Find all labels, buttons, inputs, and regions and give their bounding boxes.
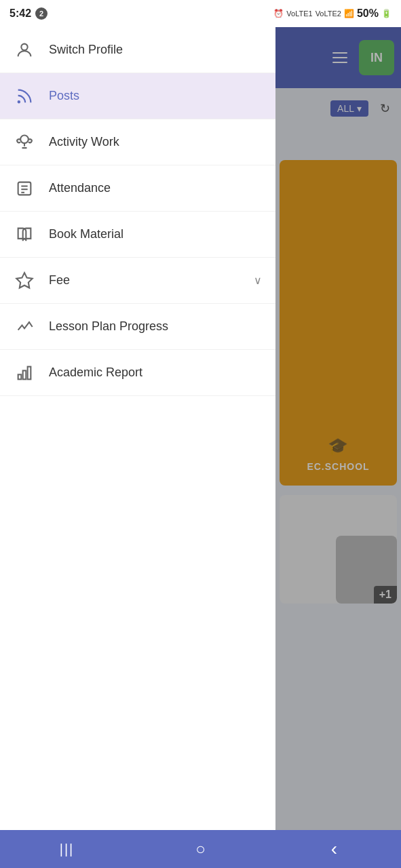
- posts-label: Posts: [49, 89, 262, 103]
- trophy-icon: [14, 132, 35, 153]
- academic-report-label: Academic Report: [49, 366, 262, 380]
- drawer-item-book-material[interactable]: Book Material: [0, 212, 275, 258]
- battery-icon: 🔋: [381, 9, 392, 18]
- svg-rect-8: [18, 374, 22, 379]
- svg-point-2: [20, 135, 28, 143]
- status-left: 5:42 2: [9, 7, 47, 20]
- svg-point-0: [21, 43, 27, 50]
- drawer-item-fee[interactable]: Fee ∨: [0, 258, 275, 304]
- drawer-item-academic-report[interactable]: Academic Report: [0, 350, 275, 396]
- nav-home-icon: ○: [195, 840, 206, 859]
- bottom-nav: ||| ○ ‹: [0, 830, 401, 868]
- navigation-drawer: Switch Profile Posts Activ: [0, 27, 275, 830]
- nav-home-button[interactable]: ○: [134, 840, 267, 859]
- drawer-item-attendance[interactable]: Attendance: [0, 165, 275, 212]
- status-time: 5:42: [9, 7, 31, 20]
- fee-chevron-icon: ∨: [254, 274, 262, 287]
- nav-back-icon: ‹: [331, 838, 337, 860]
- nav-menu-button[interactable]: |||: [0, 842, 134, 857]
- switch-profile-label: Switch Profile: [49, 43, 262, 57]
- book-icon: [14, 224, 35, 245]
- svg-rect-10: [28, 366, 31, 379]
- main-content: IN ALL ▾ ↻ 🎓 EC.SCHOOL +1: [0, 27, 401, 830]
- notification-badge: 2: [35, 7, 47, 20]
- wifi-signal-icon: 📶: [344, 9, 354, 18]
- drawer-item-lesson-plan[interactable]: Lesson Plan Progress: [0, 304, 275, 350]
- nav-back-button[interactable]: ‹: [267, 838, 401, 860]
- book-material-label: Book Material: [49, 227, 262, 241]
- drawer-item-switch-profile[interactable]: Switch Profile: [0, 27, 275, 73]
- status-bar: 5:42 2 ⏰ VoLTE1 VoLTE2 📶 50% 🔋: [0, 0, 401, 27]
- star-icon: [14, 270, 35, 292]
- list-check-icon: [14, 178, 35, 199]
- rss-icon: [14, 85, 35, 107]
- bar-chart-icon: [14, 362, 35, 384]
- chart-line-icon: [14, 316, 35, 338]
- lesson-plan-label: Lesson Plan Progress: [49, 319, 262, 334]
- svg-rect-9: [23, 370, 26, 379]
- person-icon: [14, 39, 35, 61]
- signal-lte2-icon: VoLTE2: [316, 9, 341, 18]
- signal-lte1-icon: VoLTE1: [286, 9, 312, 18]
- battery-percent: 50%: [357, 7, 379, 20]
- alarm-icon: ⏰: [273, 9, 284, 18]
- attendance-label: Attendance: [49, 181, 262, 195]
- drawer-item-posts[interactable]: Posts: [0, 73, 275, 119]
- drawer-item-activity-work[interactable]: Activity Work: [0, 119, 275, 165]
- activity-work-label: Activity Work: [49, 135, 262, 149]
- svg-point-1: [18, 101, 20, 102]
- nav-menu-icon: |||: [60, 842, 75, 857]
- svg-marker-7: [16, 273, 32, 288]
- status-right: ⏰ VoLTE1 VoLTE2 📶 50% 🔋: [273, 7, 392, 20]
- fee-label: Fee: [49, 273, 240, 288]
